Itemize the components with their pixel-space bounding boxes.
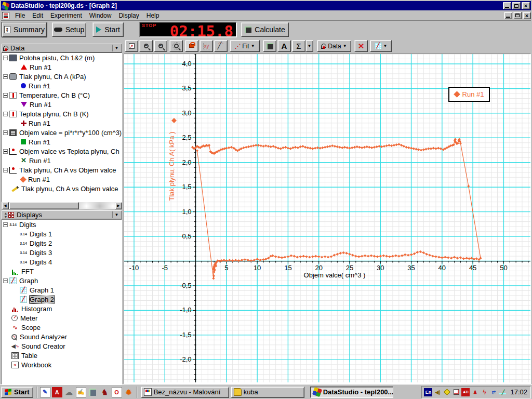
text-tool-button[interactable]: A bbox=[277, 40, 291, 52]
setup-button[interactable]: Setup bbox=[52, 22, 86, 37]
child-restore-button[interactable] bbox=[513, 12, 522, 19]
scrollbar-track[interactable] bbox=[9, 202, 115, 209]
data-panel-dropdown[interactable]: ▼ bbox=[112, 45, 121, 51]
display-item-digits1[interactable]: 3.14Digits 1 bbox=[2, 229, 122, 238]
lock-tool-button[interactable] bbox=[185, 40, 198, 52]
minimize-button[interactable] bbox=[503, 2, 511, 9]
collapse-icon[interactable] bbox=[3, 278, 8, 283]
summary-button[interactable]: ⇕ Summary bbox=[2, 22, 47, 37]
display-item-graph[interactable]: Graph bbox=[2, 276, 122, 285]
tree-item-run[interactable]: ✕Run #1 bbox=[2, 156, 122, 165]
quicklaunch-acrobat-icon[interactable]: A bbox=[52, 387, 62, 397]
collapse-icon[interactable] bbox=[3, 168, 8, 172]
graph-display[interactable]: -10-551015202530354045504,03,53,02,52,01… bbox=[124, 54, 531, 384]
scrollbar-thumb[interactable] bbox=[9, 202, 79, 209]
legend[interactable]: Run #1 bbox=[448, 87, 490, 102]
task-paint[interactable]: Bez_názvu - Malování bbox=[141, 387, 229, 398]
display-item-digits2[interactable]: 3.14Digits 2 bbox=[2, 238, 122, 248]
display-item-sound-analyzer[interactable]: Sound Analyzer bbox=[2, 332, 122, 341]
child-close-button[interactable]: × bbox=[523, 12, 531, 19]
display-item-digits4[interactable]: 3.14Digits 4 bbox=[2, 257, 122, 267]
volume-icon[interactable]: ◀) bbox=[433, 388, 442, 396]
tree-item-xy[interactable]: Objem valce vs Teplota plynu, Ch bbox=[2, 147, 122, 156]
sync-arrows-icon[interactable]: ⇄ bbox=[489, 388, 498, 396]
task-datastudio[interactable]: DataStudio - tepl200... bbox=[310, 387, 393, 398]
menu-file[interactable]: File bbox=[11, 11, 29, 20]
display-item-graph2[interactable]: Graph 2 bbox=[2, 295, 122, 304]
graph-settings-dropdown[interactable]: ▼ bbox=[370, 40, 392, 52]
display-item-graph1[interactable]: Graph 1 bbox=[2, 285, 122, 295]
lightning-icon[interactable]: ϟ bbox=[480, 388, 488, 396]
fit-dropdown[interactable]: ⋰Fit▼ bbox=[230, 40, 260, 52]
diamond-tray-icon[interactable] bbox=[443, 388, 451, 396]
document-icon[interactable] bbox=[2, 12, 9, 19]
remove-button[interactable]: ✕ bbox=[354, 40, 368, 52]
agent-icon[interactable]: ♟ bbox=[471, 388, 479, 396]
ati-icon[interactable]: ATi bbox=[461, 388, 470, 396]
display-item-digits[interactable]: 3.14Digits bbox=[2, 220, 122, 229]
collapse-icon[interactable] bbox=[3, 112, 8, 116]
zoom-in-button[interactable]: + bbox=[139, 40, 153, 52]
tree-item-sensor[interactable]: Temperature, Ch B (°C) bbox=[2, 90, 122, 100]
panel-resize-icon[interactable]: ▲▼ bbox=[3, 211, 8, 219]
quicklaunch-bird-icon[interactable]: ☁ bbox=[64, 387, 74, 397]
quicklaunch-dragon-icon[interactable]: ♞ bbox=[100, 387, 110, 397]
quicklaunch-opera-icon[interactable]: O bbox=[112, 387, 122, 397]
statistics-button[interactable]: Σ bbox=[292, 40, 305, 52]
quicklaunch-notes-icon[interactable]: ✎ bbox=[40, 387, 50, 397]
tree-item-run[interactable]: Run #1 bbox=[2, 175, 122, 184]
menu-window[interactable]: Window bbox=[86, 11, 115, 20]
zoom-out-button[interactable]: − bbox=[154, 40, 167, 52]
start-button[interactable]: Start bbox=[92, 22, 124, 37]
restore-button[interactable] bbox=[512, 2, 521, 9]
tree-item-run[interactable]: Run #1 bbox=[2, 81, 122, 90]
data-dropdown[interactable]: Data▼ bbox=[317, 40, 351, 52]
scroll-left-icon[interactable]: ◀ bbox=[2, 202, 9, 209]
title-bar[interactable]: DataStudio - tepl200g.ds - [Graph 2] × bbox=[1, 1, 531, 10]
collapse-icon[interactable] bbox=[3, 222, 8, 227]
tree-item-sensor[interactable]: Poloha pistu, Ch 1&2 (m) bbox=[2, 53, 122, 62]
collapse-icon[interactable] bbox=[3, 93, 8, 98]
data-panel-header[interactable]: Data ▼ bbox=[2, 44, 122, 52]
statistics-dropdown[interactable]: ▼ bbox=[305, 40, 313, 52]
zoom-select-button[interactable] bbox=[169, 40, 183, 52]
scale-to-fit-button[interactable]: ↗ bbox=[125, 40, 138, 52]
start-menu-button[interactable]: Start bbox=[1, 387, 33, 398]
collapse-icon[interactable] bbox=[3, 74, 8, 79]
display-item-histogram[interactable]: Histogram bbox=[2, 304, 122, 313]
display-item-digits3[interactable]: 3.14Digits 3 bbox=[2, 248, 122, 257]
display-item-sound-creator[interactable]: ◀∿Sound Creator bbox=[2, 341, 122, 351]
menu-help[interactable]: Help bbox=[143, 11, 163, 20]
tree-item-xy[interactable]: Tlak plynu, Ch A vs Objem valce bbox=[2, 165, 122, 175]
tree-item-run[interactable]: Run #1 bbox=[2, 100, 122, 109]
menu-experiment[interactable]: Experiment bbox=[47, 11, 86, 20]
display-item-workbook[interactable]: Workbook bbox=[2, 360, 122, 369]
display-item-scope[interactable]: ∿Scope bbox=[2, 323, 122, 332]
display-item-table[interactable]: Table bbox=[2, 351, 122, 360]
scheduler-icon[interactable] bbox=[452, 388, 460, 396]
close-button[interactable]: × bbox=[522, 2, 530, 9]
menu-display[interactable]: Display bbox=[115, 11, 142, 20]
displays-panel-dropdown[interactable]: ▼ bbox=[112, 211, 121, 218]
child-minimize-button[interactable] bbox=[504, 12, 512, 19]
menu-edit[interactable]: Edit bbox=[29, 11, 47, 20]
quicklaunch-flame-icon[interactable]: ✹ bbox=[124, 387, 134, 397]
tree-item-run[interactable]: Run #1 bbox=[2, 118, 122, 128]
tree-item-run[interactable]: Run #1 bbox=[2, 137, 122, 147]
calculate-button[interactable]: Calculate bbox=[241, 22, 289, 37]
tree-item-sensor[interactable]: Tlak plynu, Ch A (kPa) bbox=[2, 72, 122, 81]
smart-tool-button[interactable]: xy bbox=[200, 40, 213, 52]
collapse-icon[interactable] bbox=[3, 130, 8, 135]
pen-tray-icon[interactable]: ╱ bbox=[499, 388, 507, 396]
tree-item-entered-data[interactable]: Tlak plynu, Ch A vs Objem valce bbox=[2, 184, 122, 193]
displays-panel-header[interactable]: ▲▼ Displays ▼ bbox=[2, 210, 122, 219]
task-folder-kuba[interactable]: kuba bbox=[231, 387, 304, 398]
quicklaunch-calculator-icon[interactable] bbox=[88, 387, 98, 397]
data-tree-hscrollbar[interactable]: ◀ ▶ bbox=[2, 202, 122, 209]
collapse-icon[interactable] bbox=[3, 56, 8, 60]
scroll-right-icon[interactable]: ▶ bbox=[115, 202, 122, 209]
collapse-icon[interactable] bbox=[3, 149, 8, 154]
quicklaunch-write-icon[interactable]: ✍ bbox=[76, 387, 86, 397]
display-item-meter[interactable]: Meter bbox=[2, 313, 122, 323]
tree-item-sensor[interactable]: Teplota plynu, Ch B (K) bbox=[2, 109, 122, 118]
